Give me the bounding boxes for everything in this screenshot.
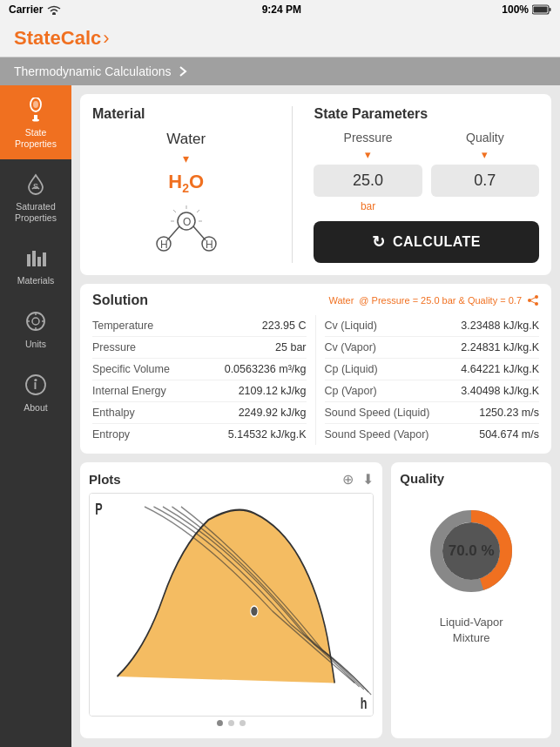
page-dot-1[interactable]: [217, 720, 223, 726]
sidebar-item-about[interactable]: i About: [0, 360, 71, 424]
battery-icon: [532, 4, 551, 15]
quality-label: Quality: [431, 131, 539, 145]
content-area: Material Water ▾ H2O O H: [71, 85, 560, 747]
quality-dropdown-arrow[interactable]: ▾: [431, 148, 539, 161]
time-display: 9:24 PM: [262, 3, 301, 16]
share-icon[interactable]: [527, 294, 539, 306]
units-icon: [22, 307, 50, 335]
svg-text:S: S: [33, 182, 38, 191]
svg-text:P: P: [95, 501, 102, 518]
app-title: StateCalc›: [14, 27, 110, 50]
plot-area: P h: [89, 493, 374, 717]
quality-panel: Quality 70.0 % Liquid-Vapor Mixture: [391, 462, 551, 738]
wifi-icon: [47, 4, 61, 15]
donut-label: 70.0 %: [449, 542, 495, 560]
state-panel-title: State Parameters: [314, 106, 539, 122]
page-dot-2[interactable]: [228, 720, 234, 726]
plots-title: Plots: [89, 472, 121, 487]
calc-refresh-icon: ↻: [372, 232, 386, 252]
calculate-button[interactable]: ↻ CALCULATE: [314, 221, 539, 263]
solution-section: Solution Water @ Pressure = 25.0 bar & Q…: [80, 284, 551, 454]
saturated-properties-icon: S: [22, 170, 50, 198]
pressure-unit: bar: [314, 200, 422, 212]
material-panel-title: Material: [92, 106, 280, 122]
svg-point-43: [251, 606, 258, 616]
sidebar-item-saturated-properties[interactable]: S Saturated Properties: [0, 159, 71, 233]
sidebar-item-materials[interactable]: Materials: [0, 233, 71, 297]
title-bar: StateCalc›: [0, 19, 560, 57]
table-row: Cv (Vapor) 2.24831 kJ/kg.K: [325, 337, 540, 359]
molecule-diagram: O H H: [92, 204, 280, 252]
about-icon: i: [22, 371, 50, 399]
plot-download-icon[interactable]: ⬇: [362, 471, 374, 488]
svg-line-32: [173, 210, 176, 212]
table-row: Cv (Liquid) 3.23488 kJ/kg.K: [325, 315, 540, 337]
svg-text:H: H: [160, 239, 168, 251]
table-row: Sound Speed (Vapor) 504.674 m/s: [325, 424, 540, 445]
status-right: 100%: [502, 3, 551, 16]
bottom-section: Plots ⊕ ⬇ P h: [80, 462, 551, 738]
plots-header: Plots ⊕ ⬇: [89, 471, 374, 488]
title-state: State: [14, 27, 61, 49]
main-layout: State Properties S Saturated Properties: [0, 85, 560, 747]
quality-input[interactable]: [431, 165, 539, 197]
sidebar-label-saturated: Saturated Properties: [15, 201, 57, 223]
solution-grid: Temperature 223.95 C Pressure 25 bar Spe…: [92, 315, 539, 445]
material-dropdown-arrow[interactable]: ▾: [92, 151, 280, 165]
svg-text:h: h: [361, 695, 368, 712]
chevron-right-icon: [177, 65, 189, 77]
solution-meta: Water @ Pressure = 25.0 bar & Quality = …: [328, 294, 539, 306]
title-calc: Calc: [61, 27, 101, 49]
page-dots: [89, 717, 374, 730]
ph-diagram: P h: [90, 494, 373, 716]
sidebar-label-state-properties: State Properties: [15, 127, 57, 149]
plots-icons: ⊕ ⬇: [342, 471, 374, 488]
table-row: Pressure 25 bar: [92, 337, 307, 359]
svg-point-14: [32, 318, 39, 325]
svg-text:H: H: [206, 239, 213, 251]
status-left: Carrier: [9, 3, 61, 16]
state-params-row: Pressure ▾ bar Quality ▾: [314, 131, 539, 212]
plot-settings-icon[interactable]: ⊕: [342, 471, 354, 488]
table-row: Temperature 223.95 C: [92, 315, 307, 337]
quality-description: Liquid-Vapor Mixture: [440, 615, 503, 646]
table-row: Cp (Vapor) 3.40498 kJ/kg.K: [325, 380, 540, 402]
quality-panel-title: Quality: [400, 471, 444, 486]
svg-point-21: [35, 379, 37, 381]
svg-rect-10: [32, 251, 36, 266]
table-row: Cp (Liquid) 4.64221 kJ/kg.K: [325, 359, 540, 380]
title-arrow: ›: [103, 27, 109, 49]
solution-left-col: Temperature 223.95 C Pressure 25 bar Spe…: [92, 315, 316, 445]
pressure-label: Pressure: [314, 131, 422, 145]
sidebar-label-units: Units: [25, 339, 46, 350]
solution-header: Solution Water @ Pressure = 25.0 bar & Q…: [92, 293, 539, 308]
svg-line-24: [167, 226, 179, 240]
plots-panel: Plots ⊕ ⬇ P h: [80, 462, 382, 738]
carrier-text: Carrier: [9, 3, 43, 16]
page-dot-3[interactable]: [240, 720, 246, 726]
table-row: Sound Speed (Liquid) 1250.23 m/s: [325, 402, 540, 424]
solution-title: Solution: [92, 293, 148, 308]
solution-material: Water: [328, 295, 354, 306]
status-bar: Carrier 9:24 PM 100%: [0, 0, 560, 19]
materials-icon: [22, 244, 50, 272]
table-row: Enthalpy 2249.92 kJ/kg: [92, 402, 307, 424]
donut-chart: 70.0 %: [423, 503, 519, 599]
material-name: Water: [92, 131, 280, 148]
state-panel: State Parameters Pressure ▾ bar Quality …: [301, 106, 539, 263]
pressure-dropdown-arrow[interactable]: ▾: [314, 148, 422, 161]
chemical-formula: H2O: [92, 171, 280, 195]
sidebar-item-state-properties[interactable]: State Properties: [0, 85, 71, 159]
sidebar-label-materials: Materials: [17, 275, 55, 286]
svg-point-0: [52, 12, 56, 15]
svg-line-38: [530, 297, 536, 300]
subtitle-bar: Thermodynamic Calculations: [0, 57, 560, 85]
sidebar-label-about: About: [24, 402, 47, 414]
table-row: Internal Energy 2109.12 kJ/kg: [92, 380, 307, 402]
sidebar-item-units[interactable]: Units: [0, 297, 71, 360]
pressure-input[interactable]: [314, 165, 422, 197]
calc-label: CALCULATE: [393, 234, 481, 250]
table-row: Specific Volume 0.0563236 m³/kg: [92, 359, 307, 380]
svg-point-7: [32, 119, 39, 122]
sidebar: State Properties S Saturated Properties: [0, 85, 71, 747]
